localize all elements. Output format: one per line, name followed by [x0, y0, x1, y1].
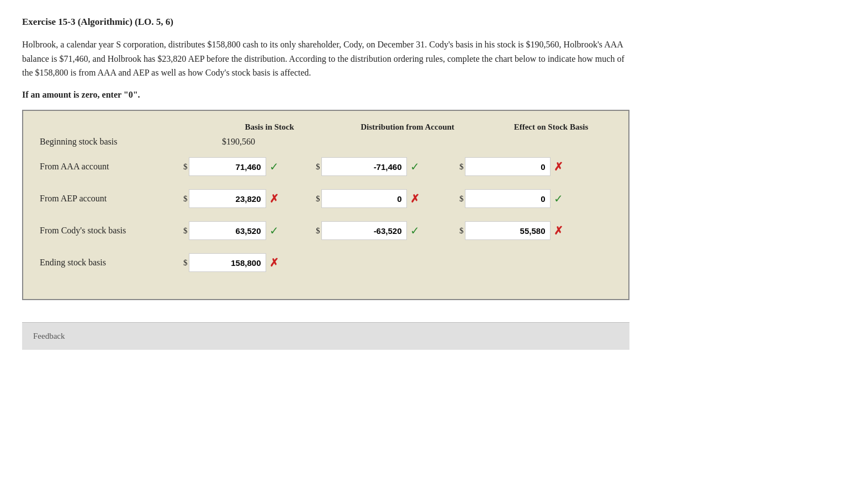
aep-dist-dollar: $ — [316, 194, 320, 204]
aaa-effect-input[interactable] — [465, 157, 551, 176]
distribution-header-label: Distribution from Account — [361, 122, 454, 131]
col-header-distribution: Distribution from Account — [347, 122, 468, 133]
cody-basis-cell: $ ✓ — [183, 221, 294, 240]
effect-header-label: Effect on Stock Basis — [514, 122, 589, 131]
cody-dist-dollar: $ — [316, 226, 320, 236]
col-header-effect: Effect on Stock Basis — [490, 122, 612, 133]
aaa-basis-input[interactable] — [189, 157, 266, 176]
basis-header-label: Basis in Stock — [245, 122, 294, 131]
aaa-effect-x-icon: ✗ — [554, 160, 563, 173]
aep-effect-dollar: $ — [459, 194, 464, 204]
aep-row: From AEP account $ ✗ $ ✗ $ ✓ — [40, 186, 612, 211]
cody-effect-dollar: $ — [459, 226, 464, 236]
description: Holbrook, a calendar year S corporation,… — [22, 38, 629, 80]
cody-distribution-cell: $ ✓ — [316, 221, 437, 240]
main-table: Basis in Stock Distribution from Account… — [22, 110, 629, 301]
aaa-label: From AAA account — [40, 162, 183, 172]
cody-effect-x-icon: ✗ — [554, 224, 563, 237]
aep-effect-cell: $ ✓ — [459, 189, 581, 208]
ending-basis-input[interactable] — [189, 253, 266, 272]
aaa-effect-cell: $ ✗ — [459, 157, 581, 176]
cody-basis-check-icon: ✓ — [269, 224, 279, 237]
feedback-label: Feedback — [33, 332, 65, 340]
cody-row: From Cody's stock basis $ ✓ $ ✓ $ ✗ — [40, 218, 612, 243]
aaa-dist-dollar: $ — [316, 162, 320, 172]
feedback-section: Feedback — [22, 322, 629, 350]
ending-label: Ending stock basis — [40, 258, 183, 268]
header-row: Basis in Stock Distribution from Account… — [40, 122, 612, 133]
cody-label: From Cody's stock basis — [40, 226, 183, 236]
exercise-title: Exercise 15-3 (Algorithmic) (LO. 5, 6) — [22, 17, 846, 28]
instruction: If an amount is zero, enter "0". — [22, 90, 846, 100]
aep-label: From AEP account — [40, 194, 183, 204]
aep-distribution-cell: $ ✗ — [316, 189, 437, 208]
ending-row: Ending stock basis $ ✗ — [40, 250, 612, 275]
beginning-row: Beginning stock basis $190,560 — [40, 137, 612, 147]
aaa-basis-check-icon: ✓ — [269, 160, 279, 173]
aaa-basis-cell: $ ✓ — [183, 157, 294, 176]
aaa-dist-check-icon: ✓ — [410, 160, 420, 173]
aep-effect-input[interactable] — [465, 189, 551, 208]
cody-dist-check-icon: ✓ — [410, 224, 420, 237]
ending-basis-x-icon: ✗ — [269, 256, 279, 269]
aep-effect-check-icon: ✓ — [554, 192, 563, 205]
aaa-effect-dollar: $ — [459, 162, 464, 172]
aep-distribution-input[interactable] — [321, 189, 407, 208]
cody-effect-cell: $ ✗ — [459, 221, 581, 240]
ending-basis-dollar: $ — [183, 258, 188, 268]
aep-basis-cell: $ ✗ — [183, 189, 294, 208]
cody-basis-input[interactable] — [189, 221, 266, 240]
cody-distribution-input[interactable] — [321, 221, 407, 240]
aep-basis-input[interactable] — [189, 189, 266, 208]
beginning-label: Beginning stock basis — [40, 137, 183, 147]
aep-basis-x-icon: ✗ — [269, 192, 279, 205]
aaa-row: From AAA account $ ✓ $ ✓ $ ✗ — [40, 154, 612, 179]
ending-basis-cell: $ ✗ — [183, 253, 294, 272]
col-header-basis: Basis in Stock — [214, 122, 325, 133]
aep-basis-dollar: $ — [183, 194, 188, 204]
aaa-basis-dollar: $ — [183, 162, 188, 172]
aep-dist-x-icon: ✗ — [410, 192, 420, 205]
cody-basis-dollar: $ — [183, 226, 188, 236]
cody-effect-input[interactable] — [465, 221, 551, 240]
aaa-distribution-input[interactable] — [321, 157, 407, 176]
aaa-distribution-cell: $ ✓ — [316, 157, 437, 176]
beginning-value: $190,560 — [183, 137, 294, 147]
